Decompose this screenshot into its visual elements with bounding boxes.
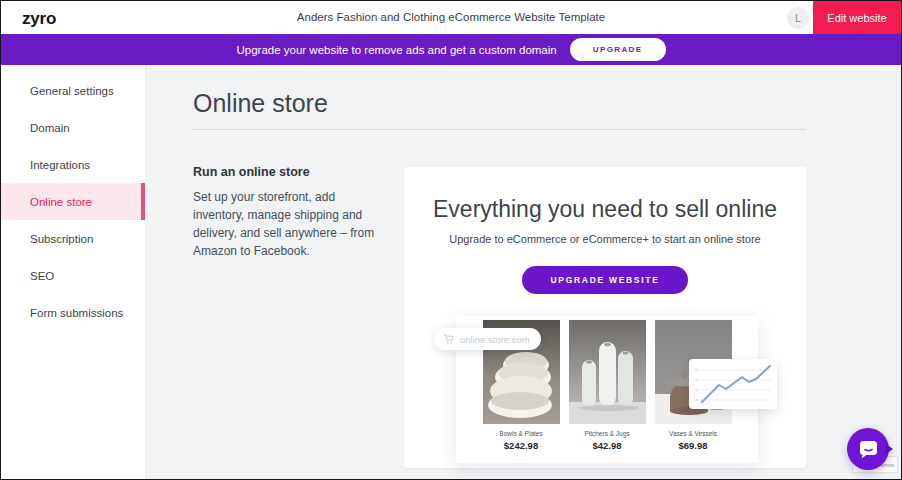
product-name: Vases & Vessels — [655, 430, 732, 437]
sidebar-item-form-submissions[interactable]: Form submissions — [1, 294, 145, 331]
site-template-title: Anders Fashion and Clothing eCommerce We… — [297, 11, 605, 23]
upgrade-banner: Upgrade your website to remove ads and g… — [1, 34, 901, 65]
page-title: Online store — [193, 89, 328, 118]
page-title-divider — [193, 129, 806, 130]
sidebar-item-integrations[interactable]: Integrations — [1, 146, 145, 183]
top-bar: zyro Anders Fashion and Clothing eCommer… — [1, 1, 901, 34]
product-price: $69.98 — [655, 440, 732, 451]
user-avatar[interactable]: L — [787, 7, 809, 29]
main-content: Online store Run an online store Set up … — [147, 65, 902, 480]
edit-website-button[interactable]: Edit website — [813, 1, 901, 34]
sidebar-item-domain[interactable]: Domain — [1, 109, 145, 146]
product-image-pitchers — [569, 320, 646, 424]
promo-subtitle: Upgrade to eCommerce or eCommerce+ to st… — [404, 233, 806, 245]
settings-sidebar: General settings Domain Integrations Onl… — [1, 65, 146, 480]
product-name: Pitchers & Jugs — [569, 430, 646, 437]
upgrade-banner-text: Upgrade your website to remove ads and g… — [236, 44, 556, 56]
product-price: $242.98 — [483, 440, 560, 451]
store-url-text: online.store.com — [460, 334, 530, 345]
chat-bubble-icon — [857, 439, 880, 460]
sales-chart-card — [689, 359, 777, 409]
product-name: Bowls & Plates — [483, 430, 560, 437]
upgrade-banner-button[interactable]: UPGRADE — [570, 38, 666, 61]
upgrade-website-button[interactable]: UPGRADE WEBSITE — [522, 266, 687, 294]
promo-title: Everything you need to sell online — [404, 196, 806, 223]
sidebar-item-general-settings[interactable]: General settings — [1, 72, 145, 109]
sidebar-item-subscription[interactable]: Subscription — [1, 220, 145, 257]
zyro-dashboard: zyro Anders Fashion and Clothing eCommer… — [0, 0, 902, 480]
ecommerce-promo-card: Everything you need to sell online Upgra… — [404, 167, 806, 468]
store-url-pill: online.store.com — [434, 328, 541, 350]
zyro-logo[interactable]: zyro — [22, 9, 56, 29]
product-tile-pitchers: Pitchers & Jugs $42.98 — [569, 320, 646, 463]
line-chart-graphic — [689, 359, 777, 409]
chat-launcher-button[interactable] — [847, 428, 889, 470]
online-store-description: Run an online store Set up your storefro… — [193, 165, 388, 260]
sidebar-item-online-store[interactable]: Online store — [1, 183, 145, 220]
product-price: $42.98 — [569, 440, 646, 451]
section-description: Set up your storefront, add inventory, m… — [193, 188, 388, 260]
sidebar-item-seo[interactable]: SEO — [1, 257, 145, 294]
section-heading: Run an online store — [193, 165, 388, 179]
cart-icon — [443, 333, 455, 345]
